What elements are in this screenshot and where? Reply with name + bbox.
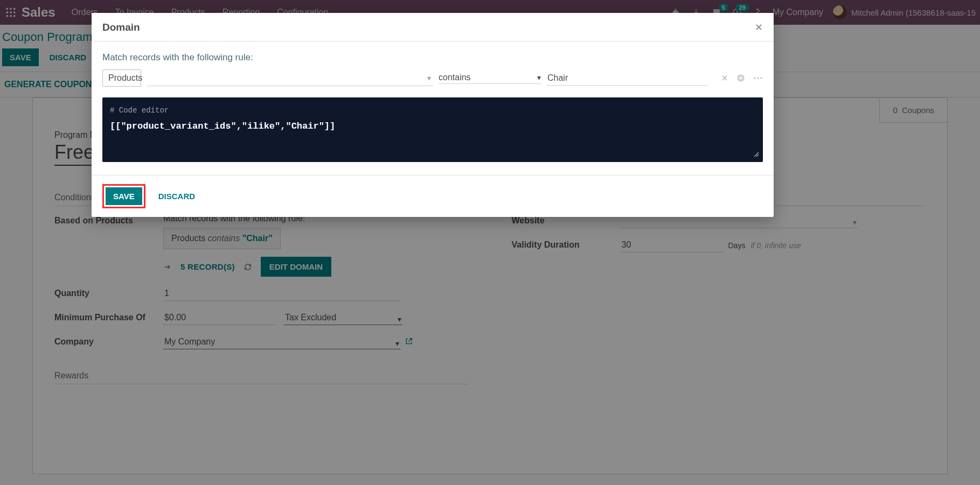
rule-operator-select[interactable]: contains ▾ xyxy=(439,73,541,84)
more-rule-icon[interactable] xyxy=(753,76,763,80)
modal-discard-button[interactable]: DISCARD xyxy=(155,187,198,205)
add-rule-icon[interactable] xyxy=(736,73,746,83)
modal-save-button[interactable]: SAVE xyxy=(106,187,142,205)
rule-field-area[interactable]: ▾ xyxy=(147,70,433,86)
code-editor-content: [["product_variant_ids","ilike","Chair"]… xyxy=(110,121,335,131)
close-icon[interactable]: ✕ xyxy=(755,22,763,33)
rule-operator-label: contains xyxy=(439,73,537,82)
svg-point-16 xyxy=(757,77,759,79)
domain-rule-row: Products ▾ contains ▾ xyxy=(102,69,763,87)
svg-point-15 xyxy=(754,77,756,79)
resize-handle-icon[interactable] xyxy=(753,151,760,160)
domain-modal: Domain ✕ Match records with the followin… xyxy=(92,13,774,217)
delete-rule-icon[interactable] xyxy=(721,74,728,82)
code-editor-comment: # Code editor xyxy=(110,106,755,115)
modal-intro: Match records with the following rule: xyxy=(102,52,763,63)
svg-point-17 xyxy=(760,77,762,79)
caret-down-icon: ▾ xyxy=(427,74,431,82)
rule-value-input[interactable] xyxy=(546,71,708,86)
save-highlight: SAVE xyxy=(102,184,145,208)
rule-field-select[interactable]: Products xyxy=(102,69,141,87)
code-editor[interactable]: # Code editor [["product_variant_ids","i… xyxy=(102,97,763,162)
caret-down-icon: ▾ xyxy=(537,73,541,82)
modal-title: Domain xyxy=(102,22,140,33)
